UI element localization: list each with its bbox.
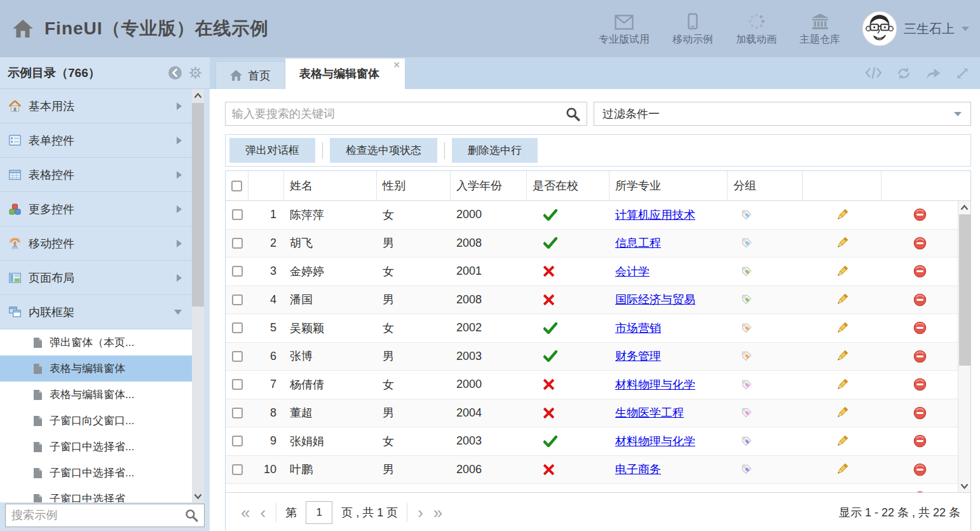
- major-link[interactable]: 材料物理与化学: [615, 434, 695, 449]
- major-link[interactable]: 信息工程: [615, 235, 661, 251]
- scroll-down-icon[interactable]: [192, 490, 204, 502]
- name-cell: 杨倩倩: [284, 377, 377, 392]
- grid-header-cell: 性别: [377, 171, 451, 200]
- edit-cell: [803, 462, 881, 476]
- header-action-4[interactable]: 主题仓库: [800, 11, 840, 46]
- grid-scrollbar[interactable]: [958, 201, 970, 492]
- edit-pencil-icon[interactable]: [835, 265, 849, 279]
- sidebar-subitem-1[interactable]: 弹出窗体（本页...: [0, 329, 192, 355]
- group-cell: [728, 378, 803, 391]
- user-menu[interactable]: 三生石上: [862, 11, 970, 46]
- row-checkbox[interactable]: [232, 322, 243, 333]
- delete-minus-icon[interactable]: [913, 321, 927, 334]
- close-icon[interactable]: ✕: [393, 60, 400, 70]
- delete-minus-icon[interactable]: [913, 350, 927, 363]
- sidebar-item-2[interactable]: 表单控件: [0, 123, 192, 158]
- sidebar-scrollbar[interactable]: [192, 89, 204, 502]
- delete-minus-icon[interactable]: [913, 406, 927, 420]
- sidebar-subitem-3[interactable]: 表格与编辑窗体...: [0, 382, 192, 408]
- row-checkbox[interactable]: [232, 238, 243, 249]
- major-link[interactable]: 材料物理与化学: [615, 377, 695, 392]
- sidebar-item-6[interactable]: 页面布局: [0, 261, 192, 295]
- header-action-3[interactable]: 加载动画: [736, 11, 777, 46]
- gear-icon[interactable]: [189, 66, 202, 79]
- toolbar-button-3[interactable]: 删除选中行: [452, 138, 538, 163]
- row-checkbox[interactable]: [232, 294, 243, 305]
- edit-pencil-icon[interactable]: [835, 208, 849, 222]
- sidebar-subitem-label: 子窗口中选择省: [50, 492, 125, 502]
- sidebar-subitem-4[interactable]: 子窗口向父窗口...: [0, 408, 192, 434]
- scroll-up-icon[interactable]: [958, 201, 970, 214]
- share-icon[interactable]: [925, 66, 941, 81]
- filter-dropdown[interactable]: 过滤条件一: [594, 102, 971, 126]
- row-checkbox[interactable]: [232, 351, 243, 362]
- sidebar-subitem-6[interactable]: 子窗口中选择省...: [0, 460, 192, 486]
- scroll-up-icon[interactable]: [192, 89, 204, 102]
- scrollbar-thumb[interactable]: [959, 214, 970, 366]
- tag-icon: [740, 265, 753, 278]
- tab-2[interactable]: 表格与编辑窗体✕: [285, 59, 405, 89]
- sidebar-item-4[interactable]: 更多控件: [0, 192, 192, 226]
- edit-pencil-icon[interactable]: [835, 406, 849, 420]
- search-icon[interactable]: [185, 509, 198, 522]
- keyword-search-input[interactable]: [232, 107, 566, 121]
- sidebar-item-5[interactable]: 移动控件: [0, 226, 192, 261]
- delete-minus-icon[interactable]: [913, 378, 927, 391]
- major-link[interactable]: 计算机应用技术: [615, 207, 695, 223]
- code-icon[interactable]: [865, 66, 882, 81]
- delete-minus-icon[interactable]: [913, 293, 927, 307]
- scroll-down-icon[interactable]: [958, 479, 970, 492]
- search-icon[interactable]: [566, 107, 580, 121]
- next-page-icon[interactable]: ›: [412, 504, 428, 521]
- sidebar-subitem-5[interactable]: 子窗口中选择省...: [0, 434, 192, 460]
- delete-minus-icon[interactable]: [913, 463, 927, 476]
- data-grid: 姓名性别入学年份是否在校所学专业分组 1陈萍萍女2000计算机应用技术2胡飞男2…: [225, 170, 971, 531]
- delete-minus-icon[interactable]: [913, 265, 927, 278]
- major-link[interactable]: 生物医学工程: [615, 405, 684, 420]
- sidebar-search-input[interactable]: [11, 509, 185, 522]
- row-checkbox[interactable]: [232, 379, 243, 390]
- row-checkbox[interactable]: [232, 266, 243, 277]
- prev-page-icon[interactable]: ‹: [255, 504, 271, 521]
- edit-pencil-icon[interactable]: [835, 349, 849, 363]
- delete-minus-icon[interactable]: [913, 237, 927, 250]
- sidebar-subitem-7[interactable]: 子窗口中选择省: [0, 486, 192, 502]
- major-link[interactable]: 国际经济与贸易: [615, 292, 695, 307]
- sidebar-item-1[interactable]: 基本用法: [0, 89, 192, 123]
- edit-pencil-icon[interactable]: [835, 434, 849, 448]
- page-number-input[interactable]: [306, 501, 332, 524]
- major-link[interactable]: 财务管理: [615, 348, 661, 364]
- toolbar-button-2[interactable]: 检查选中项状态: [330, 138, 437, 163]
- tab-1[interactable]: 首页: [215, 61, 285, 89]
- edit-pencil-icon[interactable]: [835, 293, 849, 307]
- row-checkbox[interactable]: [232, 408, 243, 418]
- edit-pencil-icon[interactable]: [835, 491, 849, 492]
- sidebar-subitem-2[interactable]: 表格与编辑窗体: [0, 355, 192, 382]
- collapse-sidebar-icon[interactable]: [168, 66, 182, 80]
- delete-minus-icon[interactable]: [913, 208, 927, 221]
- edit-pencil-icon[interactable]: [835, 236, 849, 250]
- edit-pencil-icon[interactable]: [835, 321, 849, 335]
- edit-pencil-icon[interactable]: [835, 378, 849, 392]
- last-page-icon[interactable]: »: [428, 504, 447, 521]
- delete-minus-icon[interactable]: [913, 434, 927, 448]
- major-link[interactable]: 会计学: [615, 264, 650, 279]
- delete-minus-icon[interactable]: [913, 491, 927, 492]
- header-action-2[interactable]: 移动示例: [672, 11, 713, 46]
- header-action-1[interactable]: 专业版试用: [599, 11, 650, 46]
- row-checkbox[interactable]: [232, 436, 243, 446]
- row-checkbox[interactable]: [232, 464, 243, 475]
- major-link[interactable]: 电子商务: [615, 462, 661, 477]
- sidebar-item-3[interactable]: 表格控件: [0, 158, 192, 192]
- refresh-icon[interactable]: [896, 66, 911, 81]
- scrollbar-thumb[interactable]: [192, 103, 204, 307]
- major-link[interactable]: 市场营销: [615, 321, 661, 336]
- select-all-checkbox[interactable]: [231, 181, 242, 191]
- first-page-icon[interactable]: «: [236, 504, 255, 521]
- edit-pencil-icon[interactable]: [835, 462, 849, 476]
- major-link[interactable]: 信息管理: [615, 490, 661, 492]
- expand-icon[interactable]: [955, 66, 970, 81]
- toolbar-button-1[interactable]: 弹出对话框: [229, 138, 315, 163]
- row-checkbox[interactable]: [232, 209, 243, 220]
- sidebar-item-7[interactable]: 内联框架: [0, 295, 192, 329]
